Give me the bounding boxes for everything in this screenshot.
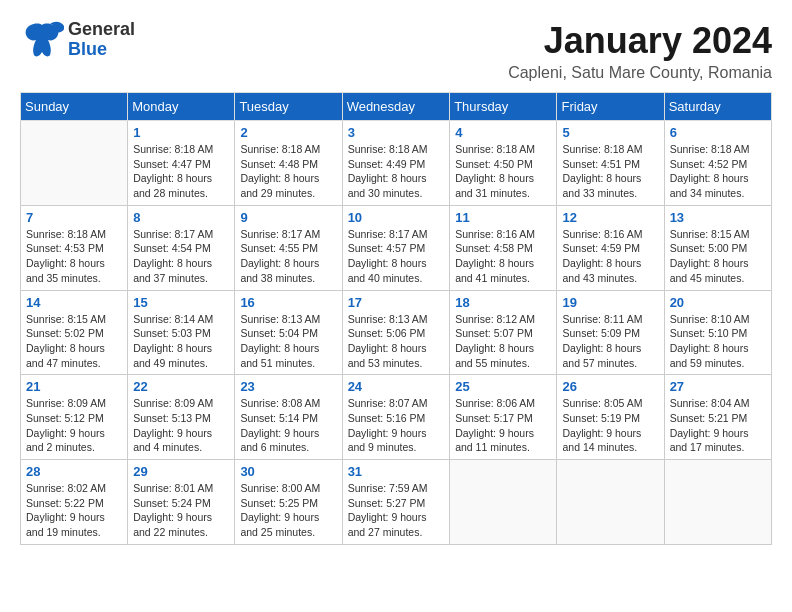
daylight-text: Daylight: 8 hours and 40 minutes. — [348, 256, 445, 285]
day-number: 18 — [455, 295, 551, 310]
calendar-cell: 31 Sunrise: 7:59 AM Sunset: 5:27 PM Dayl… — [342, 460, 450, 545]
daylight-text: Daylight: 9 hours and 25 minutes. — [240, 510, 336, 539]
daylight-text: Daylight: 8 hours and 47 minutes. — [26, 341, 122, 370]
day-number: 6 — [670, 125, 766, 140]
sunset-text: Sunset: 4:48 PM — [240, 157, 336, 172]
sunset-text: Sunset: 4:51 PM — [562, 157, 658, 172]
day-number: 15 — [133, 295, 229, 310]
day-info: Sunrise: 8:18 AM Sunset: 4:52 PM Dayligh… — [670, 142, 766, 201]
daylight-text: Daylight: 8 hours and 31 minutes. — [455, 171, 551, 200]
day-number: 3 — [348, 125, 445, 140]
day-header-monday: Monday — [128, 93, 235, 121]
calendar-cell: 28 Sunrise: 8:02 AM Sunset: 5:22 PM Dayl… — [21, 460, 128, 545]
day-header-sunday: Sunday — [21, 93, 128, 121]
sunset-text: Sunset: 5:21 PM — [670, 411, 766, 426]
sunrise-text: Sunrise: 8:04 AM — [670, 396, 766, 411]
calendar-cell: 29 Sunrise: 8:01 AM Sunset: 5:24 PM Dayl… — [128, 460, 235, 545]
sunset-text: Sunset: 5:12 PM — [26, 411, 122, 426]
sunrise-text: Sunrise: 8:18 AM — [133, 142, 229, 157]
day-info: Sunrise: 8:00 AM Sunset: 5:25 PM Dayligh… — [240, 481, 336, 540]
day-info: Sunrise: 8:16 AM Sunset: 4:59 PM Dayligh… — [562, 227, 658, 286]
day-info: Sunrise: 8:01 AM Sunset: 5:24 PM Dayligh… — [133, 481, 229, 540]
sunrise-text: Sunrise: 8:09 AM — [26, 396, 122, 411]
sunset-text: Sunset: 5:27 PM — [348, 496, 445, 511]
sunset-text: Sunset: 5:19 PM — [562, 411, 658, 426]
sunset-text: Sunset: 4:58 PM — [455, 241, 551, 256]
day-number: 14 — [26, 295, 122, 310]
day-info: Sunrise: 8:10 AM Sunset: 5:10 PM Dayligh… — [670, 312, 766, 371]
calendar-cell: 26 Sunrise: 8:05 AM Sunset: 5:19 PM Dayl… — [557, 375, 664, 460]
sunset-text: Sunset: 4:49 PM — [348, 157, 445, 172]
day-number: 21 — [26, 379, 122, 394]
day-number: 31 — [348, 464, 445, 479]
sunset-text: Sunset: 4:53 PM — [26, 241, 122, 256]
day-header-row: SundayMondayTuesdayWednesdayThursdayFrid… — [21, 93, 772, 121]
sunset-text: Sunset: 4:47 PM — [133, 157, 229, 172]
calendar-cell: 13 Sunrise: 8:15 AM Sunset: 5:00 PM Dayl… — [664, 205, 771, 290]
day-number: 16 — [240, 295, 336, 310]
calendar-header: SundayMondayTuesdayWednesdayThursdayFrid… — [21, 93, 772, 121]
calendar-cell: 21 Sunrise: 8:09 AM Sunset: 5:12 PM Dayl… — [21, 375, 128, 460]
calendar-cell: 14 Sunrise: 8:15 AM Sunset: 5:02 PM Dayl… — [21, 290, 128, 375]
day-number: 24 — [348, 379, 445, 394]
calendar-cell: 17 Sunrise: 8:13 AM Sunset: 5:06 PM Dayl… — [342, 290, 450, 375]
daylight-text: Daylight: 8 hours and 28 minutes. — [133, 171, 229, 200]
calendar-cell — [664, 460, 771, 545]
day-info: Sunrise: 8:02 AM Sunset: 5:22 PM Dayligh… — [26, 481, 122, 540]
day-header-saturday: Saturday — [664, 93, 771, 121]
sunrise-text: Sunrise: 8:18 AM — [240, 142, 336, 157]
day-info: Sunrise: 8:14 AM Sunset: 5:03 PM Dayligh… — [133, 312, 229, 371]
sunrise-text: Sunrise: 7:59 AM — [348, 481, 445, 496]
sunset-text: Sunset: 5:16 PM — [348, 411, 445, 426]
day-info: Sunrise: 8:06 AM Sunset: 5:17 PM Dayligh… — [455, 396, 551, 455]
daylight-text: Daylight: 8 hours and 51 minutes. — [240, 341, 336, 370]
day-info: Sunrise: 8:09 AM Sunset: 5:12 PM Dayligh… — [26, 396, 122, 455]
sunrise-text: Sunrise: 8:15 AM — [670, 227, 766, 242]
day-info: Sunrise: 8:18 AM Sunset: 4:49 PM Dayligh… — [348, 142, 445, 201]
calendar-body: 1 Sunrise: 8:18 AM Sunset: 4:47 PM Dayli… — [21, 121, 772, 545]
sunrise-text: Sunrise: 8:05 AM — [562, 396, 658, 411]
sunset-text: Sunset: 5:00 PM — [670, 241, 766, 256]
daylight-text: Daylight: 8 hours and 49 minutes. — [133, 341, 229, 370]
sunrise-text: Sunrise: 8:12 AM — [455, 312, 551, 327]
daylight-text: Daylight: 8 hours and 57 minutes. — [562, 341, 658, 370]
daylight-text: Daylight: 9 hours and 4 minutes. — [133, 426, 229, 455]
daylight-text: Daylight: 8 hours and 37 minutes. — [133, 256, 229, 285]
sunset-text: Sunset: 4:55 PM — [240, 241, 336, 256]
calendar-cell: 24 Sunrise: 8:07 AM Sunset: 5:16 PM Dayl… — [342, 375, 450, 460]
day-number: 11 — [455, 210, 551, 225]
daylight-text: Daylight: 9 hours and 17 minutes. — [670, 426, 766, 455]
calendar-cell: 25 Sunrise: 8:06 AM Sunset: 5:17 PM Dayl… — [450, 375, 557, 460]
location-title: Capleni, Satu Mare County, Romania — [508, 64, 772, 82]
calendar-cell: 27 Sunrise: 8:04 AM Sunset: 5:21 PM Dayl… — [664, 375, 771, 460]
day-header-wednesday: Wednesday — [342, 93, 450, 121]
daylight-text: Daylight: 8 hours and 38 minutes. — [240, 256, 336, 285]
calendar-week-4: 21 Sunrise: 8:09 AM Sunset: 5:12 PM Dayl… — [21, 375, 772, 460]
sunrise-text: Sunrise: 8:18 AM — [562, 142, 658, 157]
sunrise-text: Sunrise: 8:18 AM — [26, 227, 122, 242]
day-number: 30 — [240, 464, 336, 479]
calendar-cell: 23 Sunrise: 8:08 AM Sunset: 5:14 PM Dayl… — [235, 375, 342, 460]
calendar-cell — [21, 121, 128, 206]
logo-text: General Blue — [68, 20, 135, 60]
daylight-text: Daylight: 8 hours and 55 minutes. — [455, 341, 551, 370]
sunrise-text: Sunrise: 8:07 AM — [348, 396, 445, 411]
sunrise-text: Sunrise: 8:02 AM — [26, 481, 122, 496]
day-number: 10 — [348, 210, 445, 225]
day-info: Sunrise: 8:18 AM Sunset: 4:47 PM Dayligh… — [133, 142, 229, 201]
calendar-cell: 5 Sunrise: 8:18 AM Sunset: 4:51 PM Dayli… — [557, 121, 664, 206]
day-info: Sunrise: 8:11 AM Sunset: 5:09 PM Dayligh… — [562, 312, 658, 371]
day-number: 2 — [240, 125, 336, 140]
sunset-text: Sunset: 5:07 PM — [455, 326, 551, 341]
sunset-text: Sunset: 5:25 PM — [240, 496, 336, 511]
day-number: 26 — [562, 379, 658, 394]
sunrise-text: Sunrise: 8:18 AM — [455, 142, 551, 157]
sunrise-text: Sunrise: 8:08 AM — [240, 396, 336, 411]
logo-general: General — [68, 20, 135, 40]
daylight-text: Daylight: 9 hours and 14 minutes. — [562, 426, 658, 455]
calendar-cell: 1 Sunrise: 8:18 AM Sunset: 4:47 PM Dayli… — [128, 121, 235, 206]
calendar-cell: 22 Sunrise: 8:09 AM Sunset: 5:13 PM Dayl… — [128, 375, 235, 460]
daylight-text: Daylight: 8 hours and 33 minutes. — [562, 171, 658, 200]
sunrise-text: Sunrise: 8:13 AM — [240, 312, 336, 327]
day-info: Sunrise: 8:17 AM Sunset: 4:55 PM Dayligh… — [240, 227, 336, 286]
